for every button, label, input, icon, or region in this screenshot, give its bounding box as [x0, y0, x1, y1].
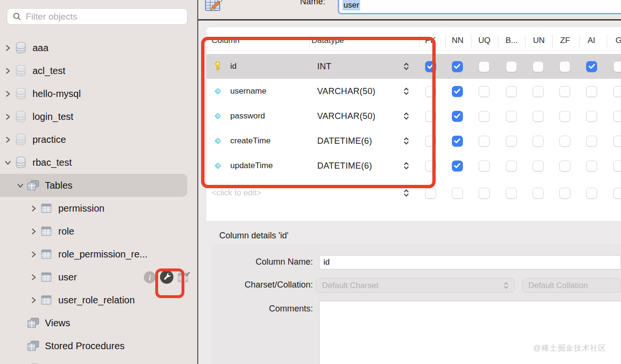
chevron-down-icon[interactable]: [14, 183, 26, 188]
zf-checkbox[interactable]: [559, 161, 570, 171]
g-checkbox[interactable]: [613, 136, 621, 147]
ai-checkbox[interactable]: [586, 136, 597, 147]
header-uq[interactable]: UQ: [478, 36, 491, 45]
datatype-stepper-icon[interactable]: [403, 161, 409, 171]
nn-checkbox[interactable]: [452, 86, 463, 97]
chevron-right-icon[interactable]: [28, 251, 39, 257]
pk-checkbox[interactable]: [425, 61, 436, 72]
chevron-right-icon[interactable]: [2, 68, 13, 74]
ai-checkbox[interactable]: [586, 188, 597, 199]
nn-checkbox[interactable]: [452, 111, 463, 122]
datatype-stepper-icon[interactable]: [403, 112, 409, 121]
datatype-stepper-icon[interactable]: [403, 62, 409, 71]
bin-checkbox[interactable]: [506, 61, 517, 72]
sidebar-item-login-test[interactable]: login_test: [0, 105, 187, 128]
header-pk[interactable]: PK: [425, 36, 436, 45]
header-nn[interactable]: NN: [452, 36, 464, 45]
chevron-down-icon[interactable]: [2, 160, 13, 165]
datatype-stepper-icon[interactable]: [403, 87, 409, 96]
sidebar-item-permission[interactable]: permission: [0, 197, 187, 220]
column-name-input[interactable]: [319, 255, 621, 269]
un-checkbox[interactable]: [533, 188, 544, 199]
bin-checkbox[interactable]: [506, 188, 517, 199]
chevron-right-icon[interactable]: [28, 274, 39, 280]
comments-textarea[interactable]: [319, 301, 621, 364]
un-checkbox[interactable]: [533, 111, 544, 122]
g-checkbox[interactable]: [613, 111, 621, 122]
new-column-row[interactable]: <click to edit>: [206, 181, 621, 205]
un-checkbox[interactable]: [533, 136, 544, 147]
zf-checkbox[interactable]: [559, 111, 570, 122]
zf-checkbox[interactable]: [559, 188, 570, 199]
sidebar-item-acl-test[interactable]: acl_test: [0, 59, 187, 82]
uq-checkbox[interactable]: [479, 161, 490, 171]
sidebar-item-user[interactable]: user i: [0, 266, 187, 289]
table-row[interactable]: id INT: [206, 54, 621, 79]
chevron-right-icon[interactable]: [2, 114, 13, 120]
sidebar-item-stored-procedures[interactable]: Stored Procedures: [0, 334, 187, 357]
sidebar-item-user-role-relation[interactable]: user_role_relation: [0, 289, 187, 311]
header-column[interactable]: Column: [212, 36, 240, 45]
nn-checkbox[interactable]: [452, 61, 463, 72]
ai-checkbox[interactable]: [586, 161, 597, 171]
header-datatype[interactable]: Datatype: [311, 36, 344, 45]
un-checkbox[interactable]: [533, 161, 544, 171]
table-row[interactable]: updateTime DATETIME(6): [206, 153, 621, 178]
pk-checkbox[interactable]: [425, 86, 436, 97]
g-checkbox[interactable]: [613, 161, 621, 171]
uq-checkbox[interactable]: [479, 136, 490, 147]
chevron-right-icon[interactable]: [28, 228, 39, 235]
bin-checkbox[interactable]: [506, 136, 517, 147]
uq-checkbox[interactable]: [479, 111, 490, 122]
table-info-icon[interactable]: i: [143, 271, 156, 284]
uq-checkbox[interactable]: [479, 61, 490, 72]
sidebar-item-tables[interactable]: Tables: [0, 174, 187, 197]
nn-checkbox[interactable]: [452, 188, 463, 199]
un-checkbox[interactable]: [533, 86, 544, 97]
pk-checkbox[interactable]: [425, 136, 436, 147]
collation-select[interactable]: Default Collation: [522, 278, 621, 293]
table-row[interactable]: createTime DATETIME(6): [206, 128, 621, 153]
zf-checkbox[interactable]: [559, 61, 570, 72]
sidebar-item-role-permission-relation[interactable]: role_permission_re...: [0, 243, 187, 266]
ai-checkbox[interactable]: [586, 61, 597, 72]
table-row[interactable]: password VARCHAR(50): [206, 104, 621, 128]
sidebar-item-hello-mysql[interactable]: hello-mysql: [0, 82, 187, 105]
pk-checkbox[interactable]: [425, 188, 436, 199]
table-edit-icon[interactable]: [177, 271, 191, 283]
g-checkbox[interactable]: [613, 188, 621, 199]
chevron-right-icon[interactable]: [2, 91, 13, 97]
ai-checkbox[interactable]: [586, 111, 597, 122]
charset-select[interactable]: Default Charset: [316, 278, 515, 293]
sidebar-item-role[interactable]: role: [0, 220, 187, 243]
uq-checkbox[interactable]: [479, 86, 490, 97]
bin-checkbox[interactable]: [506, 161, 517, 171]
chevron-right-icon[interactable]: [2, 137, 13, 143]
nn-checkbox[interactable]: [452, 161, 463, 171]
header-b[interactable]: B...: [505, 36, 518, 45]
header-zf[interactable]: ZF: [560, 36, 570, 45]
pk-checkbox[interactable]: [425, 161, 436, 171]
ai-checkbox[interactable]: [586, 86, 597, 97]
uq-checkbox[interactable]: [479, 188, 490, 199]
sidebar-item-functions[interactable]: Functions: [0, 357, 187, 364]
chevron-right-icon[interactable]: [28, 205, 39, 212]
sidebar-item-rbac-test[interactable]: rbac_test: [0, 151, 187, 174]
sidebar-item-views[interactable]: Views: [0, 311, 187, 334]
sidebar-item-aaa[interactable]: aaa: [0, 36, 187, 59]
datatype-stepper-icon[interactable]: [403, 137, 409, 146]
nn-checkbox[interactable]: [452, 136, 463, 147]
g-checkbox[interactable]: [613, 61, 621, 72]
bin-checkbox[interactable]: [506, 111, 517, 122]
pk-checkbox[interactable]: [425, 111, 436, 122]
table-name-input[interactable]: user: [338, 0, 621, 14]
header-un[interactable]: UN: [533, 36, 545, 45]
zf-checkbox[interactable]: [559, 86, 570, 97]
table-maintenance-wrench-icon[interactable]: [160, 270, 174, 284]
datatype-stepper-icon[interactable]: [403, 189, 409, 198]
un-checkbox[interactable]: [533, 61, 544, 72]
filter-objects-field[interactable]: Filter objects: [7, 8, 188, 25]
header-ai[interactable]: AI: [588, 36, 595, 45]
table-row[interactable]: username VARCHAR(50): [206, 79, 621, 104]
header-g[interactable]: G: [615, 36, 621, 45]
